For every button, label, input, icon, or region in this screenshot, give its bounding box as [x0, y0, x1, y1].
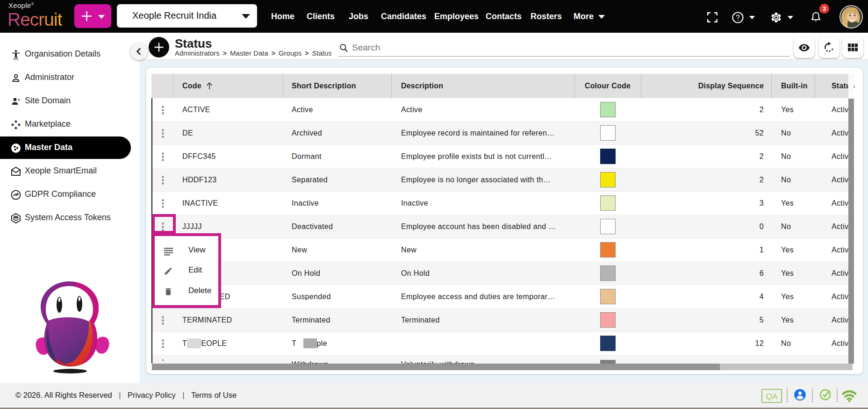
svg-text:QA: QA [766, 392, 778, 401]
